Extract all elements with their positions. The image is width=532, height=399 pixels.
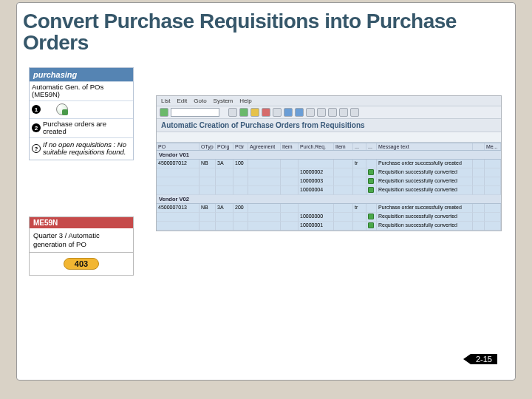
step-note-badge: ? [32,144,41,153]
step-number-2: 2 [32,123,41,132]
last-page-icon[interactable] [339,108,348,117]
col-pgr: PGr [233,143,248,150]
purchasing-step-note: ? If no open requisitions : No suitable … [30,137,133,160]
exit-icon[interactable] [250,108,259,117]
col-po: PO [157,143,200,150]
print-icon[interactable] [273,108,282,117]
slide: Convert Purchase Requisitions into Purch… [16,2,516,381]
success-icon [368,169,374,175]
col-sp [473,143,485,150]
col-me: Me... [485,143,501,150]
menu-goto[interactable]: Goto [194,98,206,104]
purchasing-subhead: Automatic Gen. of POs (ME59N) [30,81,133,100]
sap-toolbar [157,106,501,119]
col-agreement: Agreement [248,143,281,150]
save-icon[interactable] [228,108,237,117]
find-icon[interactable] [284,108,293,117]
col-porg: POrg [216,143,233,150]
table-row[interactable]: 4500007013NB3A200trPurchase order succes… [157,204,501,213]
purchasing-header: purchasing [30,68,133,81]
tcode-code: ME59N [30,217,133,228]
table-row[interactable]: 4500007012NB3A100trPurchase order succes… [157,160,501,168]
success-icon [368,178,374,184]
sap-screen-title: Automatic Creation of Purchase Orders fr… [157,119,501,132]
menu-edit[interactable]: Edit [177,98,187,104]
vendor-row: Vendor V02 [157,195,501,204]
col-reqitem: Item [334,143,353,150]
table-row[interactable]: 10000003Requisition successfully convert… [157,177,501,186]
back-icon[interactable] [239,108,248,117]
tcode-page-wrap: 403 [30,253,133,275]
purchasing-sub-label: Automatic Gen. of POs (ME59N) [32,83,131,99]
vendor-row: Vendor V01 [157,151,501,160]
purchasing-step-2: 2 Purchase orders are created [30,118,133,137]
col-req: Purch.Req. [299,143,334,150]
sap-app-toolbar [157,132,501,143]
cancel-icon[interactable] [262,108,270,117]
col-otyp: OTyp [200,143,216,150]
tcode-page: 403 [64,258,99,270]
menu-list[interactable]: List [161,98,170,104]
tcode-box: ME59N Quarter 3 / Automatic generation o… [29,216,134,276]
purchasing-step-1: 1 [30,100,133,118]
success-icon [368,222,374,228]
slide-number: 2-15 [471,354,497,364]
sap-menubar[interactable]: List Edit Goto System Help [157,96,501,106]
table-row[interactable]: 10000002Requisition successfully convert… [157,168,501,177]
step-note-text: If no open requisitions : No suitable re… [43,141,131,157]
success-icon [368,187,374,193]
next-page-icon[interactable] [328,108,337,117]
sap-panel: List Edit Goto System Help [156,95,502,231]
first-page-icon[interactable] [306,108,315,117]
table-row[interactable]: 10000001Requisition successfully convert… [157,222,501,231]
table-row[interactable]: 10000004Requisition successfully convert… [157,186,501,195]
col-msg: Message text [377,143,473,150]
col-dots2: ... [366,143,377,150]
step-number-1: 1 [32,105,41,114]
success-icon [368,214,374,219]
slide-title: Convert Purchase Requisitions into Purch… [17,3,515,57]
command-field[interactable] [171,108,219,117]
sap-grid: PO OTyp POrg PGr Agreement Item Purch.Re… [157,143,501,231]
tcode-desc: Quarter 3 / Automatic generation of PO [30,228,133,253]
execute-icon [56,103,68,115]
slide-content: purchasing Automatic Gen. of POs (ME59N)… [17,57,515,372]
col-item: Item [281,143,299,150]
purchasing-box: purchasing Automatic Gen. of POs (ME59N)… [29,67,134,160]
grid-header: PO OTyp POrg PGr Agreement Item Purch.Re… [157,143,501,151]
find-next-icon[interactable] [295,108,304,117]
menu-system[interactable]: System [214,98,233,104]
ok-icon[interactable] [160,108,168,117]
col-dots1: ... [353,143,366,150]
grid-body: Vendor V014500007012NB3A100trPurchase or… [157,151,501,231]
step-2-text: Purchase orders are created [43,120,131,136]
table-row[interactable]: 10000000Requisition successfully convert… [157,213,501,222]
help-icon[interactable] [350,108,359,117]
menu-help[interactable]: Help [239,98,251,104]
prev-page-icon[interactable] [317,108,326,117]
